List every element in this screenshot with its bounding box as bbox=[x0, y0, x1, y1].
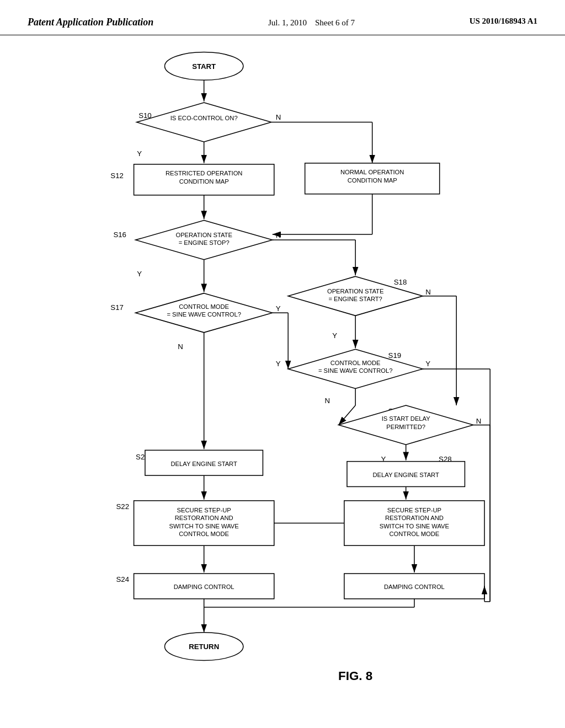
s17-diamond-line2: = SINE WAVE CONTROL? bbox=[167, 311, 241, 318]
s17-n-label: N bbox=[178, 342, 183, 351]
s19-n-label: N bbox=[325, 396, 331, 404]
flowchart-svg: START S10 IS ECO-CONTROL ON? N Y S12 RES… bbox=[0, 35, 565, 708]
flowchart-area: START S10 IS ECO-CONTROL ON? N Y S12 RES… bbox=[0, 35, 565, 708]
s17-diamond-line1: CONTROL MODE bbox=[179, 303, 229, 310]
s22-box-line4: CONTROL MODE bbox=[179, 530, 229, 537]
s19-diamond-line1: CONTROL MODE bbox=[331, 359, 381, 366]
s18-diamond-line2: = ENGINE START? bbox=[328, 295, 382, 302]
return-label: RETURN bbox=[189, 643, 219, 651]
s22-box-line1: SECURE STEP-UP bbox=[177, 507, 231, 513]
s26-diamond-line1: IS START DELAY bbox=[382, 415, 431, 422]
s10-y-label: Y bbox=[137, 149, 142, 157]
s22-box-line3: SWITCH TO SINE WAVE bbox=[169, 522, 239, 529]
s16-diamond-line2: = ENGINE STOP? bbox=[179, 239, 230, 246]
s18-n-label: N bbox=[425, 287, 431, 296]
s22-box-line2: RESTORATION AND bbox=[175, 515, 233, 521]
header-date-sheet: Jul. 1, 2010 Sheet 6 of 7 bbox=[268, 17, 355, 29]
s19-label: S19 bbox=[388, 351, 402, 359]
s12-box-line2: CONDITION MAP bbox=[179, 178, 229, 185]
publication-title: Patent Application Publication bbox=[28, 17, 153, 28]
s17-label: S17 bbox=[110, 303, 123, 312]
s16-y-label: Y bbox=[137, 270, 142, 278]
s19-y-label: Y bbox=[425, 359, 430, 367]
s30-box-line1: SECURE STEP-UP bbox=[387, 507, 441, 513]
s24-box-text: DAMPING CONTROL bbox=[174, 584, 234, 590]
s28-box-text: DELAY ENGINE START bbox=[373, 472, 439, 478]
s30-box-line2: RESTORATION AND bbox=[385, 515, 444, 521]
s30-box-line3: SWITCH TO SINE WAVE bbox=[380, 522, 449, 529]
s24-label: S24 bbox=[116, 575, 130, 584]
s16-n-label: N bbox=[276, 231, 281, 239]
s10-n-label: N bbox=[276, 113, 281, 121]
s16-label: S16 bbox=[113, 231, 126, 239]
fig-label: FIG. 8 bbox=[338, 669, 372, 683]
s32-box-text: DAMPING CONTROL bbox=[384, 584, 445, 590]
s20-box-text: DELAY ENGINE START bbox=[171, 460, 237, 467]
s10-diamond-text: IS ECO-CONTROL ON? bbox=[170, 114, 238, 121]
patent-number: US 2010/168943 A1 bbox=[470, 17, 537, 26]
s12-label: S12 bbox=[110, 172, 123, 180]
s17-y-label: Y bbox=[276, 304, 281, 313]
s19-diamond-line2: = SINE WAVE CONTROL? bbox=[318, 367, 392, 374]
s30-box-line4: CONTROL MODE bbox=[390, 530, 440, 537]
s14-box-line1: NORMAL OPERATION bbox=[340, 169, 404, 175]
start-label: START bbox=[192, 62, 216, 71]
s16-diamond-line1: OPERATION STATE bbox=[175, 232, 232, 238]
s26-diamond-line2: PERMITTED? bbox=[386, 423, 425, 430]
s18-diamond-line1: OPERATION STATE bbox=[327, 287, 383, 294]
s12-box-line1: RESTRICTED OPERATION bbox=[166, 170, 242, 176]
s17-to-s19-y-label: Y bbox=[276, 359, 281, 367]
s26-n-label: N bbox=[476, 416, 482, 425]
sheet-number: Sheet 6 of 7 bbox=[315, 18, 355, 27]
s18-y-label: Y bbox=[332, 331, 337, 340]
page-header: Patent Application Publication Jul. 1, 2… bbox=[0, 0, 565, 35]
svg-marker-3 bbox=[137, 103, 271, 142]
s18-label: S18 bbox=[394, 278, 407, 286]
s22-label: S22 bbox=[116, 502, 130, 511]
publication-date: Jul. 1, 2010 bbox=[268, 18, 307, 27]
s14-box-line2: CONDITION MAP bbox=[348, 177, 397, 184]
